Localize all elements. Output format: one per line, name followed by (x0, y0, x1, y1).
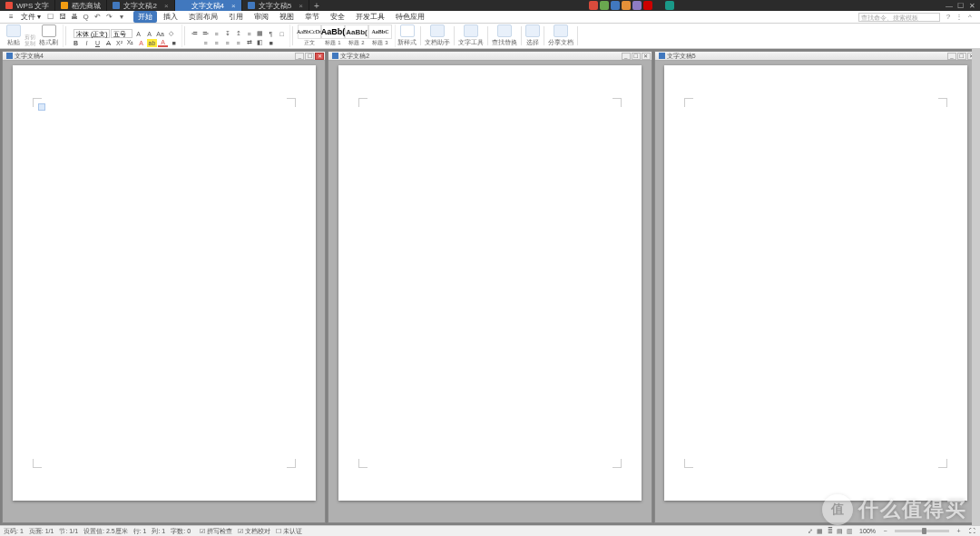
qat-undo[interactable]: ↶ (93, 13, 103, 22)
align-center-button[interactable]: ≡ (211, 39, 221, 47)
network-icon[interactable] (632, 1, 642, 10)
close-tab-button[interactable]: × (299, 2, 303, 10)
fullscreen-button[interactable]: ⛶ (968, 527, 976, 535)
bold-button[interactable]: B (71, 39, 81, 47)
text-tools-button[interactable]: 文字工具 (456, 24, 485, 47)
collapse-ribbon-icon[interactable]: ^ (965, 13, 975, 22)
view-reading-button[interactable]: ▥ (846, 527, 854, 535)
qat-more[interactable]: ▾ (117, 13, 126, 22)
child-close-button[interactable]: ✕ (315, 53, 324, 60)
document-tab[interactable]: 稻壳商城 (55, 0, 107, 11)
view-fullscreen-button[interactable]: ⤢ (806, 527, 814, 535)
sound-icon[interactable] (643, 1, 652, 10)
status-item[interactable]: 设置值: 2.5厘米 (83, 527, 128, 536)
change-case-button[interactable]: Aa (155, 30, 165, 38)
bullets-button[interactable]: ≔ (190, 30, 200, 38)
child-max-button[interactable]: ☐ (632, 53, 641, 60)
vertical-scrollbar[interactable] (972, 49, 980, 525)
select-button[interactable]: 选择 (524, 24, 542, 47)
status-item[interactable]: 列: 1 (152, 527, 165, 536)
shrink-font-button[interactable]: A (144, 30, 154, 38)
font-family-select[interactable]: 宋体 (正文) (74, 29, 110, 38)
style-box[interactable]: AaBbC (368, 24, 392, 39)
document-tab[interactable]: 文字文稿4× (175, 0, 242, 11)
align-left-button[interactable]: ≡ (201, 39, 211, 47)
decrease-indent-button[interactable]: ↧ (222, 30, 232, 38)
child-max-button[interactable]: ☐ (957, 53, 966, 60)
qat-preview[interactable]: Q (82, 13, 91, 22)
document-page[interactable] (338, 65, 642, 501)
view-print-layout-button[interactable]: ▦ (816, 527, 824, 535)
format-painter-button[interactable]: 格式刷 (37, 24, 60, 47)
zoom-level[interactable]: 100% (859, 528, 876, 534)
document-tab[interactable]: 文字文稿5× (242, 0, 309, 11)
child-max-button[interactable]: ☐ (305, 53, 314, 60)
sync-icon[interactable] (611, 1, 620, 10)
status-item[interactable]: 行: 1 (133, 527, 147, 536)
doc-assistant-button[interactable]: 文档助手 (423, 24, 452, 47)
page-canvas[interactable] (3, 61, 325, 522)
style-box[interactable]: AaBbCcDd (298, 24, 321, 39)
align-right-button[interactable]: ≡ (222, 39, 232, 47)
view-web-button[interactable]: ▤ (836, 527, 844, 535)
find-replace-button[interactable]: 查找替换 (490, 24, 519, 47)
status-toggle[interactable]: ☐ 未认证 (276, 527, 302, 536)
increase-indent-button[interactable]: ↥ (233, 30, 243, 38)
command-search-input[interactable]: 查找命令、搜索模板 (858, 13, 940, 22)
subscript-button[interactable]: X₂ (125, 39, 135, 47)
document-tab[interactable]: WPS 文字 (0, 0, 55, 11)
ribbon-tab[interactable]: 章节 (300, 11, 324, 23)
child-close-button[interactable]: ✕ (642, 53, 651, 60)
tray2-icon[interactable] (665, 1, 674, 10)
document-page[interactable] (13, 65, 316, 501)
font-color-button[interactable]: A (158, 39, 168, 47)
ribbon-tab[interactable]: 开始 (133, 11, 157, 23)
add-tab-button[interactable]: + (309, 0, 324, 11)
child-title-bar[interactable]: 文字文稿2_☐✕ (328, 52, 651, 61)
multilevel-button[interactable]: ≡ (211, 30, 221, 38)
status-item[interactable]: 页码: 1 (4, 527, 24, 536)
ribbon-tab[interactable]: 页面布局 (184, 11, 222, 23)
child-min-button[interactable]: _ (295, 53, 304, 60)
shading-button[interactable]: ■ (169, 39, 179, 47)
justify-button[interactable]: ≡ (233, 39, 243, 47)
new-style-button[interactable]: 新样式 (396, 24, 418, 47)
child-title-bar[interactable]: 文字文稿5_☐✕ (655, 52, 977, 61)
qat-redo[interactable]: ↷ (105, 13, 114, 22)
zoom-in-button[interactable]: + (955, 527, 963, 535)
tray1-icon[interactable] (654, 1, 663, 10)
zoom-out-button[interactable]: − (881, 527, 889, 535)
text-effect-button[interactable]: A (136, 39, 146, 47)
cut-button[interactable]: 剪切 (24, 34, 35, 41)
child-min-button[interactable]: _ (622, 53, 631, 60)
page-canvas[interactable] (655, 61, 977, 522)
window-maximize[interactable]: ☐ (956, 1, 966, 10)
options-icon[interactable]: ⋮ (955, 13, 964, 22)
ribbon-tab[interactable]: 视图 (275, 11, 299, 23)
file-menu[interactable]: 文件 ▾ (17, 12, 44, 22)
numbering-button[interactable]: ≕ (201, 30, 211, 38)
zh-lang-icon[interactable] (600, 1, 609, 10)
qat-save[interactable]: 🖫 (58, 13, 67, 22)
style-box[interactable]: AaBb( (321, 24, 345, 39)
child-title-bar[interactable]: 文字文稿4_☐✕ (3, 52, 325, 61)
borders-button[interactable]: ▦ (255, 30, 265, 38)
italic-button[interactable]: I (82, 39, 92, 47)
status-item[interactable]: 页面: 1/1 (29, 527, 54, 536)
page-canvas[interactable] (328, 61, 651, 522)
ribbon-tab[interactable]: 特色应用 (391, 11, 429, 23)
window-minimize[interactable]: — (944, 1, 955, 10)
zoom-slider[interactable] (895, 530, 949, 532)
hamburger-icon[interactable]: ≡ (5, 13, 17, 21)
sogou-input-icon[interactable] (589, 1, 598, 10)
close-tab-button[interactable]: × (231, 2, 236, 10)
ribbon-tab[interactable]: 引用 (224, 11, 248, 23)
view-outline-button[interactable]: ≣ (826, 527, 834, 535)
highlight-button[interactable]: ab (147, 39, 157, 47)
line-spacing-button[interactable]: ≡ (244, 30, 254, 38)
updates-icon[interactable] (622, 1, 631, 10)
qat-print[interactable]: 🖶 (70, 13, 79, 22)
share-doc-button[interactable]: 分享文档 (546, 24, 575, 47)
paste-button[interactable]: 粘贴 (5, 24, 23, 47)
ribbon-tab[interactable]: 安全 (326, 11, 349, 23)
